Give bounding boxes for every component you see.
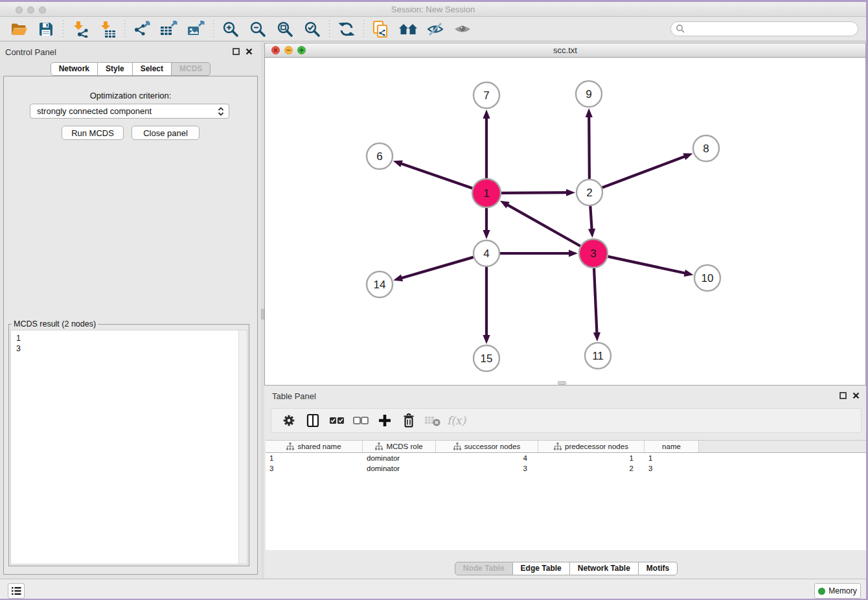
table-row[interactable]: 3dominator323 xyxy=(266,463,867,474)
tab-edge-table[interactable]: Edge Table xyxy=(513,562,570,575)
tab-network-table[interactable]: Network Table xyxy=(570,562,639,575)
table-cell[interactable]: 3 xyxy=(645,463,699,474)
table-cell[interactable]: 1 xyxy=(266,453,363,463)
titlebar: Session: New Session xyxy=(0,2,866,17)
table-cell[interactable]: 4 xyxy=(436,453,538,463)
first-neighbors-icon[interactable] xyxy=(394,19,422,40)
network-resize-handle[interactable] xyxy=(558,381,566,385)
graph-edge-3-1[interactable] xyxy=(506,204,580,246)
table-cell[interactable]: dominator xyxy=(363,463,436,474)
optimization-criterion-select[interactable]: strongly connected component xyxy=(30,104,229,119)
table-cell[interactable]: 1 xyxy=(645,453,699,463)
hierarchy-icon xyxy=(286,443,294,450)
apply-layout-icon[interactable] xyxy=(333,19,360,40)
zoom-selected-icon[interactable] xyxy=(299,19,326,40)
tab-node-table[interactable]: Node Table xyxy=(455,562,513,575)
float-table-panel-icon[interactable] xyxy=(839,391,847,400)
tab-style[interactable]: Style xyxy=(98,62,133,76)
run-mcds-button[interactable]: Run MCDS xyxy=(62,126,124,140)
memory-status-icon xyxy=(818,588,825,595)
search-input[interactable] xyxy=(670,21,858,36)
float-panel-icon[interactable] xyxy=(232,47,240,56)
tab-motifs[interactable]: Motifs xyxy=(639,562,678,575)
show-columns-icon[interactable] xyxy=(301,411,325,430)
graph-arrowhead-1-2 xyxy=(566,189,575,196)
tab-mcds[interactable]: MCDS xyxy=(172,62,211,76)
column-header-shared-name[interactable]: shared name xyxy=(266,441,363,452)
graph-node-label-11: 11 xyxy=(592,350,604,362)
network-window-titlebar[interactable]: scc.txt xyxy=(265,43,865,58)
memory-button[interactable]: Memory xyxy=(814,583,861,599)
network-view[interactable]: 7968124314101511 xyxy=(265,58,865,385)
table-cell[interactable]: 3 xyxy=(436,463,538,474)
tab-network[interactable]: Network xyxy=(51,62,98,76)
table-panel: Table Panel xyxy=(264,386,868,579)
graph-edge-2-9[interactable] xyxy=(589,115,589,179)
network-window: scc.txt 7968124314101511 xyxy=(264,43,866,386)
graph-arrowhead-4-3 xyxy=(569,249,578,257)
graph-arrowhead-3-11 xyxy=(593,332,600,341)
mcds-result-list[interactable]: 1 3 xyxy=(10,330,247,564)
table-settings-gear-icon[interactable] xyxy=(277,411,301,430)
export-table-icon[interactable] xyxy=(155,19,183,40)
graph-edge-1-2[interactable] xyxy=(501,192,568,193)
graph-node-label-10: 10 xyxy=(702,272,714,284)
unselect-all-columns-icon[interactable] xyxy=(348,411,372,430)
hierarchy-icon xyxy=(453,443,461,450)
close-panel-button[interactable]: Close panel xyxy=(131,126,200,140)
memory-label: Memory xyxy=(828,586,856,595)
delete-table-icon[interactable] xyxy=(420,411,444,430)
graph-edge-3-11[interactable] xyxy=(594,268,597,334)
table-row[interactable]: 1dominator411 xyxy=(266,453,867,463)
toolbar-separator xyxy=(363,20,364,38)
close-table-panel-icon[interactable] xyxy=(852,391,860,400)
zoom-in-icon[interactable] xyxy=(217,19,244,40)
import-table-icon[interactable] xyxy=(94,19,121,40)
show-all-icon[interactable] xyxy=(449,19,476,40)
column-header-label: shared name xyxy=(297,443,341,450)
window-title: Session: New Session xyxy=(0,5,866,14)
graph-arrowhead-4-15 xyxy=(483,335,490,344)
table-cell[interactable]: 1 xyxy=(538,453,645,463)
column-header-name[interactable]: name xyxy=(645,441,699,452)
tab-select[interactable]: Select xyxy=(133,62,172,76)
export-image-icon[interactable] xyxy=(183,19,210,40)
column-header-predecessor-nodes[interactable]: predecessor nodes xyxy=(538,441,645,452)
graph-edge-4-14[interactable] xyxy=(400,257,474,279)
network-window-title: scc.txt xyxy=(265,45,865,55)
delete-column-icon[interactable] xyxy=(396,411,420,430)
table-cell[interactable]: 2 xyxy=(538,463,645,474)
export-network-icon[interactable] xyxy=(128,19,155,40)
graph-arrowhead-2-9 xyxy=(586,108,593,117)
graph-edge-1-6[interactable] xyxy=(400,163,472,189)
open-session-icon[interactable] xyxy=(5,19,32,40)
column-header-label: name xyxy=(662,443,681,450)
column-header-successor-nodes[interactable]: successor nodes xyxy=(436,441,538,452)
hierarchy-icon xyxy=(375,443,383,450)
table-cell[interactable]: 3 xyxy=(266,463,363,474)
select-all-columns-icon[interactable] xyxy=(325,411,348,430)
column-header-label: MCDS role xyxy=(386,443,422,450)
graph-edge-3-10[interactable] xyxy=(608,257,686,273)
zoom-fit-icon[interactable] xyxy=(271,19,299,40)
scrollbar-track[interactable] xyxy=(238,330,247,564)
graph-edge-2-3[interactable] xyxy=(590,206,591,231)
zoom-out-icon[interactable] xyxy=(244,19,271,40)
new-network-from-selection-icon[interactable] xyxy=(367,19,394,40)
task-history-button[interactable] xyxy=(8,583,25,599)
mcds-result-item: 1 xyxy=(11,330,247,343)
graph-canvas[interactable]: 7968124314101511 xyxy=(265,58,865,385)
create-column-icon[interactable] xyxy=(372,411,396,430)
function-builder-icon[interactable]: f(x) xyxy=(444,411,468,430)
table-toolbar: f(x) xyxy=(271,408,862,433)
column-header-MCDS-role[interactable]: MCDS role xyxy=(363,441,436,452)
close-panel-icon[interactable] xyxy=(245,47,253,56)
hide-selection-icon[interactable] xyxy=(422,19,449,40)
table-cell[interactable]: dominator xyxy=(363,453,436,463)
table-tabs: Node Table Edge Table Network Table Moti… xyxy=(264,562,868,575)
graph-arrowhead-2-3 xyxy=(588,229,595,238)
import-network-icon[interactable] xyxy=(67,19,94,40)
save-session-icon[interactable] xyxy=(32,19,60,40)
graph-node-label-4: 4 xyxy=(483,248,489,260)
graph-edge-2-8[interactable] xyxy=(602,156,686,188)
